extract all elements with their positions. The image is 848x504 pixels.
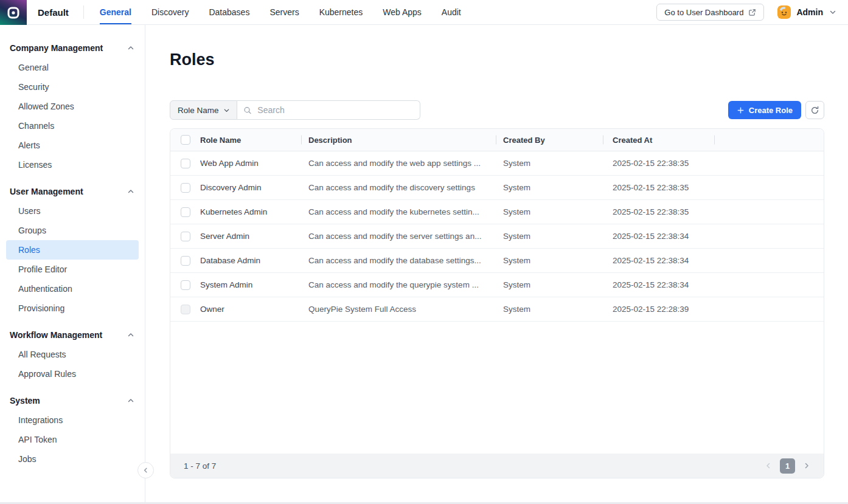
table-row[interactable]: Database Admin Can access and modify the…	[170, 249, 824, 273]
sidebar-item-channels[interactable]: Channels	[0, 116, 145, 136]
user-avatar[interactable]	[777, 5, 791, 19]
cell-created-at: 2025-02-15 22:38:35	[603, 183, 714, 192]
cell-description: Can access and modify the server setting…	[301, 232, 496, 241]
column-header-created-by[interactable]: Created By	[496, 129, 603, 151]
sidebar-item-integrations[interactable]: Integrations	[0, 410, 145, 430]
pagination-range-text: 1 - 7 of 7	[184, 461, 216, 471]
cell-description: Can access and modify the kubernetes set…	[301, 207, 496, 216]
go-to-user-dashboard-button[interactable]: Go to User Dashboard	[656, 4, 764, 21]
nav-tab-audit[interactable]: Audit	[442, 0, 461, 24]
table-footer: 1 - 7 of 7 1	[170, 454, 824, 478]
nav-tab-discovery[interactable]: Discovery	[151, 0, 189, 24]
nav-tab-kubernetes[interactable]: Kubernetes	[319, 0, 363, 24]
sidebar-item-general[interactable]: General	[0, 58, 145, 77]
table-row[interactable]: Discovery Admin Can access and modify th…	[170, 176, 824, 200]
search-field-select[interactable]: Role Name	[170, 100, 237, 120]
sidebar-section-header-user-management[interactable]: User Management	[0, 182, 145, 201]
sidebar: Company Management General Security Allo…	[0, 25, 145, 502]
column-header-created-at[interactable]: Created At	[603, 129, 714, 151]
toolbar: Role Name Create Role	[170, 100, 824, 120]
row-checkbox[interactable]	[181, 280, 190, 290]
refresh-button[interactable]	[805, 101, 824, 119]
roles-table: Role Name Description Created By Created…	[170, 128, 824, 478]
sidebar-item-provisioning[interactable]: Provisioning	[0, 299, 145, 318]
avatar-face-icon	[777, 5, 791, 19]
cell-role-name: System Admin	[200, 280, 301, 289]
table-row[interactable]: Web App Admin Can access and modify the …	[170, 151, 824, 176]
nav-tab-databases[interactable]: Databases	[209, 0, 249, 24]
table-row[interactable]: Owner QueryPie System Full Access System…	[170, 297, 824, 322]
cell-role-name: Server Admin	[200, 232, 301, 241]
querypie-logo[interactable]	[0, 0, 27, 25]
sidebar-item-groups[interactable]: Groups	[0, 221, 145, 240]
sidebar-section-company-management: Company Management General Security Allo…	[0, 38, 145, 174]
sidebar-item-alerts[interactable]: Alerts	[0, 136, 145, 155]
sidebar-item-security[interactable]: Security	[0, 77, 145, 97]
cell-role-name: Web App Admin	[200, 159, 301, 168]
user-name: Admin	[796, 7, 823, 17]
sidebar-section-workflow-management: Workflow Management All Requests Approva…	[0, 325, 145, 384]
cell-created-at: 2025-02-15 22:38:35	[603, 207, 714, 216]
sidebar-section-title: System	[10, 396, 40, 406]
nav-tab-general[interactable]: General	[100, 0, 131, 24]
cell-created-by: System	[496, 305, 603, 314]
header-checkbox-cell	[170, 135, 200, 145]
row-checkbox[interactable]	[181, 232, 190, 241]
table-row[interactable]: Server Admin Can access and modify the s…	[170, 224, 824, 249]
go-to-user-dashboard-label: Go to User Dashboard	[664, 8, 743, 17]
select-all-checkbox[interactable]	[181, 135, 190, 145]
table-header-row: Role Name Description Created By Created…	[170, 129, 824, 151]
sidebar-item-jobs[interactable]: Jobs	[0, 449, 145, 469]
sidebar-item-roles[interactable]: Roles	[6, 240, 139, 260]
create-role-button[interactable]: Create Role	[728, 101, 801, 119]
column-header-description[interactable]: Description	[301, 129, 496, 151]
user-menu-chevron-down-icon[interactable]	[829, 9, 836, 16]
column-header-role-name[interactable]: Role Name	[200, 129, 301, 151]
sidebar-section-title: User Management	[10, 187, 83, 196]
cell-description: Can access and modify the database setti…	[301, 256, 496, 265]
workspace-name: Default	[38, 7, 69, 18]
top-nav-tabs: General Discovery Databases Servers Kube…	[100, 0, 481, 24]
sidebar-section-header-system[interactable]: System	[0, 391, 145, 410]
sidebar-item-allowed-zones[interactable]: Allowed Zones	[0, 97, 145, 116]
row-checkbox[interactable]	[181, 207, 190, 217]
pagination-page-1[interactable]: 1	[780, 458, 795, 474]
sidebar-item-all-requests[interactable]: All Requests	[0, 345, 145, 364]
toolbar-right: Create Role	[728, 101, 824, 119]
sidebar-item-api-token[interactable]: API Token	[0, 430, 145, 449]
search-field-select-label: Role Name	[178, 106, 219, 115]
cell-role-name: Owner	[200, 305, 301, 314]
sidebar-item-users[interactable]: Users	[0, 201, 145, 221]
row-checkbox[interactable]	[181, 256, 190, 266]
sidebar-item-profile-editor[interactable]: Profile Editor	[0, 260, 145, 279]
sidebar-collapse-button[interactable]	[137, 462, 154, 478]
nav-tab-servers[interactable]: Servers	[269, 0, 299, 24]
cell-created-by: System	[496, 232, 603, 241]
sidebar-section-title: Company Management	[10, 43, 103, 53]
pagination-next-icon[interactable]	[803, 462, 810, 469]
page-layout: Company Management General Security Allo…	[0, 25, 848, 502]
sidebar-item-licenses[interactable]: Licenses	[0, 155, 145, 174]
top-nav-right: Go to User Dashboard Admin	[656, 0, 848, 24]
chevron-up-icon	[127, 397, 134, 404]
table-row[interactable]: Kubernetes Admin Can access and modify t…	[170, 200, 824, 224]
pagination-prev-icon[interactable]	[765, 462, 772, 469]
sidebar-item-authentication[interactable]: Authentication	[0, 279, 145, 299]
querypie-logo-icon	[6, 5, 21, 20]
nav-tab-web-apps[interactable]: Web Apps	[383, 0, 422, 24]
sidebar-section-system: System Integrations API Token Jobs	[0, 391, 145, 469]
search-input[interactable]	[256, 105, 413, 116]
table-row[interactable]: System Admin Can access and modify the q…	[170, 273, 824, 297]
sidebar-section-header-company-management[interactable]: Company Management	[0, 38, 145, 58]
row-checkbox	[181, 305, 190, 314]
column-header-actions	[714, 129, 824, 151]
nav-divider	[83, 5, 84, 19]
sidebar-section-user-management: User Management Users Groups Roles Profi…	[0, 182, 145, 318]
sidebar-item-approval-rules[interactable]: Approval Rules	[0, 364, 145, 384]
chevron-down-icon	[223, 107, 230, 114]
row-checkbox[interactable]	[181, 159, 190, 168]
main-content: Roles Role Name	[145, 25, 848, 502]
sidebar-section-header-workflow-management[interactable]: Workflow Management	[0, 325, 145, 345]
row-checkbox[interactable]	[181, 183, 190, 193]
top-navigation: Default General Discovery Databases Serv…	[0, 0, 848, 25]
